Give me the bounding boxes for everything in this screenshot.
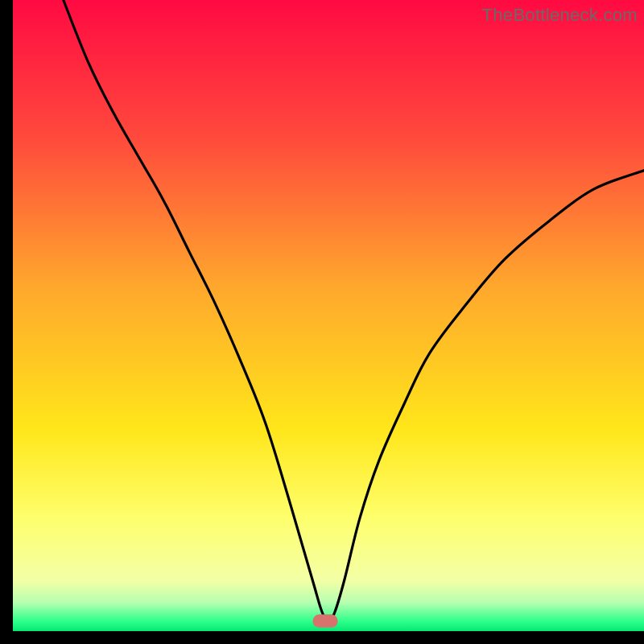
plot-area [13,0,644,631]
source-watermark: TheBottleneck.com [482,5,638,26]
bottleneck-marker [312,614,337,627]
chart-svg [13,0,644,631]
gradient-background [13,0,644,631]
